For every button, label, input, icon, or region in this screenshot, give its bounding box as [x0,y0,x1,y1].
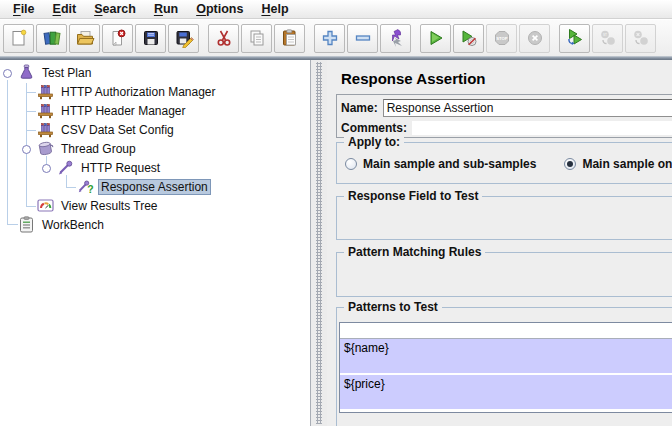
radio-main-sample-and-sub-samples[interactable]: Main sample and sub-samples [345,157,536,171]
response-assertion-editor: Response Assertion Name: Response Assert… [327,60,672,426]
shutdown-button[interactable] [519,24,550,53]
templates-button[interactable] [36,24,67,53]
copy-button[interactable] [241,24,272,53]
cut-icon [214,28,234,48]
remote-shutdown-all-button[interactable] [625,24,656,53]
save-as-button[interactable] [168,24,199,53]
tree-node-label: Thread Group [58,141,139,157]
menu-search[interactable]: Search [85,2,145,16]
menu-search-mnemonic: S [94,2,102,16]
tree-node-view-results-tree[interactable]: View Results Tree [0,196,310,215]
apply-to-title: Apply to: [344,135,404,149]
paste-icon [280,28,300,48]
save-icon [141,28,161,48]
radio-selected-icon [564,158,576,170]
remote-stop-all-icon: ST [598,28,618,48]
divider-grip-dots [316,62,322,424]
radio-main-sample-only[interactable]: Main sample only [564,157,672,171]
patterns-table-header [340,323,672,339]
config-element-icon [37,83,54,100]
remove-button[interactable] [347,24,378,53]
menu-search-rest: earch [103,2,136,16]
menu-file-rest: ile [21,2,35,16]
comments-input[interactable] [412,121,672,135]
toggle-icon [386,28,406,48]
test-plan-tree-panel: Test Plan HTTP Authorization Manager HTT… [0,60,311,426]
tree-node-http-authorization-manager[interactable]: HTTP Authorization Manager [0,82,310,101]
tree-node-workbench[interactable]: WorkBench [0,215,310,234]
menu-edit-rest: dit [61,2,76,16]
svg-text:STOP: STOP [496,36,508,41]
tree-node-thread-group[interactable]: Thread Group [0,139,310,158]
pattern-row[interactable]: ${price} [340,375,672,409]
tree-node-label: Response Assertion [98,179,211,195]
save-as-icon [174,28,194,48]
cut-button[interactable] [208,24,239,53]
test-plan-tree: Test Plan HTTP Authorization Manager HTT… [0,60,310,426]
tree-node-http-request[interactable]: HTTP Request [0,158,310,177]
menu-run[interactable]: Run [145,2,187,16]
test-plan-icon [18,64,35,81]
remote-shutdown-all-icon [631,28,651,48]
menu-edit-mnemonic: E [53,2,61,16]
tree-node-http-header-manager[interactable]: HTTP Header Manager [0,101,310,120]
radio-label: Main sample and sub-samples [363,157,536,171]
tree-node-csv-data-set-config[interactable]: CSV Data Set Config [0,120,310,139]
page-title: Response Assertion [341,70,486,87]
menu-run-rest: un [163,2,178,16]
tree-node-response-assertion[interactable]: ? Response Assertion [0,177,310,196]
menu-bar: File Edit Search Run Options Help [0,0,672,19]
menu-options-mnemonic: O [196,2,206,16]
close-file-icon [108,28,128,48]
remote-stop-all-button[interactable]: ST [592,24,623,53]
start-button[interactable] [420,24,451,53]
menu-file[interactable]: File [4,2,44,16]
jmeter-window: File Edit Search Run Options Help [0,0,672,426]
menu-help[interactable]: Help [252,2,297,16]
toggle-button[interactable] [380,24,411,53]
thread-group-icon [37,140,54,157]
tree-node-label: CSV Data Set Config [58,122,177,138]
save-button[interactable] [135,24,166,53]
response-field-to-test-group: Response Field to Test [336,196,672,240]
patterns-to-test-group: Patterns to Test ${name} ${price} [336,307,672,426]
shutdown-icon [525,28,545,48]
assertion-icon: ? [77,178,94,195]
start-no-timers-button[interactable] [453,24,484,53]
tree-node-test-plan[interactable]: Test Plan [0,63,310,82]
new-file-button[interactable] [3,24,34,53]
menu-edit[interactable]: Edit [44,2,86,16]
close-file-button[interactable] [102,24,133,53]
add-button[interactable] [314,24,345,53]
start-icon [426,28,446,48]
pattern-matching-rules-group: Pattern Matching Rules [336,252,672,297]
open-folder-icon [75,28,95,48]
remove-icon [353,28,373,48]
remote-start-all-button[interactable] [559,24,590,53]
radio-icon [345,158,357,170]
start-no-timers-icon [459,28,479,48]
radio-label: Main sample only [582,157,672,171]
stop-button[interactable]: STOP [486,24,517,53]
name-label: Name: [341,101,378,115]
open-folder-button[interactable] [69,24,100,53]
svg-text:?: ? [87,183,93,195]
patterns-table: ${name} ${price} [339,322,672,413]
view-results-tree-icon [37,197,54,214]
main-split: Test Plan HTTP Authorization Manager HTT… [0,60,672,426]
menu-options[interactable]: Options [187,2,252,16]
remote-start-all-icon [565,28,585,48]
stop-icon: STOP [492,28,512,48]
menu-options-rest: ptions [206,2,244,16]
name-comments-box: Name: Response Assertion Comments: [336,94,672,138]
split-pane-divider[interactable] [311,60,327,426]
tree-node-label: Test Plan [39,65,94,81]
tree-node-label: HTTP Authorization Manager [58,84,219,100]
workbench-icon [18,216,35,233]
name-input[interactable]: Response Assertion [383,99,672,117]
toolbar: STOP ST [0,20,672,56]
config-element-icon [37,102,54,119]
pattern-row[interactable]: ${name} [340,339,672,373]
paste-button[interactable] [274,24,305,53]
tree-node-label: HTTP Request [78,160,163,176]
